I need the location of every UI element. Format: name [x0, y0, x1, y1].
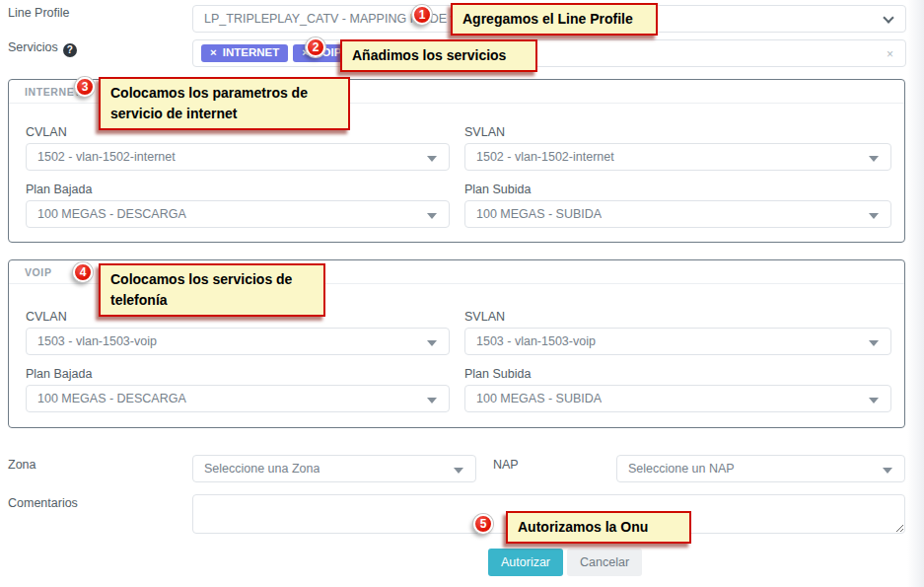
voip-svlan-label: SVLAN — [464, 310, 505, 324]
step-badge-5: 5 — [473, 514, 493, 534]
step-number: 2 — [313, 40, 320, 54]
voip-svlan-value: 1503 - vlan-1503-voip — [476, 334, 596, 348]
chevron-down-icon — [883, 12, 893, 23]
internet-svlan-label: SVLAN — [464, 125, 505, 139]
voip-plan-bajada-label: Plan Bajada — [26, 367, 92, 381]
internet-plan-bajada-select[interactable]: 100 MEGAS - DESCARGA — [26, 200, 450, 228]
caret-down-icon — [454, 468, 463, 474]
nap-label: NAP — [493, 458, 519, 472]
voip-svlan-select[interactable]: 1503 - vlan-1503-voip — [464, 328, 891, 355]
internet-cvlan-select[interactable]: 1502 - vlan-1502-internet — [26, 143, 450, 171]
line-profile-label: Line Profile — [8, 6, 70, 20]
servicios-label: Servicios? — [8, 40, 77, 57]
nap-select[interactable]: Seleccione un NAP — [616, 455, 905, 482]
caret-down-icon — [883, 468, 892, 474]
authorize-button[interactable]: Autorizar — [488, 549, 563, 576]
voip-plan-subida-select[interactable]: 100 MEGAS - SUBIDA — [464, 385, 891, 412]
voip-plan-subida-label: Plan Subida — [464, 367, 531, 381]
voip-cvlan-value: 1503 - vlan-1503-voip — [37, 334, 157, 348]
callout-text: Agregamos el Line Profile — [462, 11, 633, 27]
zona-label: Zona — [8, 458, 36, 472]
callout-internet: Colocamos los parametros de servicio de … — [99, 77, 350, 130]
callout-servicios: Añadimos los servicios — [340, 39, 537, 72]
internet-plan-bajada-value: 100 MEGAS - DESCARGA — [37, 207, 186, 221]
callout-voip: Colocamos los servicios de telefonía — [99, 263, 325, 317]
step-badge-4: 4 — [73, 262, 93, 282]
caret-down-icon — [869, 156, 879, 162]
caret-down-icon — [869, 398, 879, 404]
step-number: 4 — [80, 265, 87, 279]
internet-plan-subida-select[interactable]: 100 MEGAS - SUBIDA — [464, 200, 891, 228]
internet-plan-bajada-label: Plan Bajada — [26, 183, 92, 196]
step-badge-3: 3 — [75, 77, 95, 97]
zona-select[interactable]: Seleccione una Zona — [192, 455, 476, 482]
callout-text: Colocamos los servicios de telefonía — [110, 271, 292, 308]
internet-cvlan-label: CVLAN — [26, 125, 67, 139]
internet-plan-subida-label: Plan Subida — [464, 183, 531, 196]
authorize-onu-form: Line Profile LP_TRIPLEPLAY_CATV - MAPPIN… — [0, 0, 924, 587]
remove-tag-icon[interactable]: × — [210, 47, 217, 59]
voip-section-title: VOIP — [25, 266, 52, 278]
caret-down-icon — [427, 398, 437, 404]
internet-cvlan-value: 1502 - vlan-1502-internet — [37, 150, 176, 164]
callout-text: Colocamos los parametros de servicio de … — [110, 85, 308, 121]
comentarios-label: Comentarios — [8, 496, 78, 510]
caret-down-icon — [869, 340, 879, 346]
line-profile-value: LP_TRIPLEPLAY_CATV - MAPPING MODE vlan — [204, 12, 473, 26]
action-buttons: Autorizar Cancelar — [488, 549, 642, 576]
voip-plan-bajada-value: 100 MEGAS - DESCARGA — [37, 392, 186, 405]
servicios-label-text: Servicios — [8, 40, 58, 54]
callout-line-profile: Agregamos el Line Profile — [451, 3, 658, 36]
tag-label: INTERNET — [223, 47, 280, 59]
voip-plan-subida-value: 100 MEGAS - SUBIDA — [476, 392, 602, 405]
internet-plan-subida-value: 100 MEGAS - SUBIDA — [476, 207, 602, 221]
internet-section-title: INTERNET — [25, 86, 81, 98]
step-number: 1 — [419, 8, 426, 22]
caret-down-icon — [427, 213, 437, 219]
nap-value: Seleccione un NAP — [628, 462, 735, 476]
callout-text: Autorizamos la Onu — [518, 519, 648, 535]
step-number: 3 — [82, 80, 89, 94]
callout-authorize: Autorizamos la Onu — [506, 511, 691, 544]
voip-plan-bajada-select[interactable]: 100 MEGAS - DESCARGA — [26, 385, 450, 412]
step-number: 5 — [480, 517, 487, 531]
caret-down-icon — [427, 340, 437, 346]
tag-internet[interactable]: × INTERNET — [201, 44, 288, 62]
voip-cvlan-label: CVLAN — [26, 310, 67, 324]
voip-cvlan-select[interactable]: 1503 - vlan-1503-voip — [26, 328, 450, 355]
caret-down-icon — [869, 213, 879, 219]
help-icon[interactable]: ? — [63, 43, 77, 57]
callout-text: Añadimos los servicios — [352, 47, 506, 63]
internet-svlan-value: 1502 - vlan-1502-internet — [476, 150, 614, 164]
zona-value: Seleccione una Zona — [204, 462, 320, 476]
internet-svlan-select[interactable]: 1502 - vlan-1502-internet — [464, 143, 891, 171]
caret-down-icon — [427, 156, 437, 162]
clear-icon[interactable]: × — [887, 47, 893, 61]
step-badge-2: 2 — [306, 37, 325, 57]
cancel-button[interactable]: Cancelar — [567, 549, 642, 576]
servicios-tag-input[interactable]: × INTERNET × VOIP × — [192, 39, 906, 67]
step-badge-1: 1 — [412, 5, 432, 25]
